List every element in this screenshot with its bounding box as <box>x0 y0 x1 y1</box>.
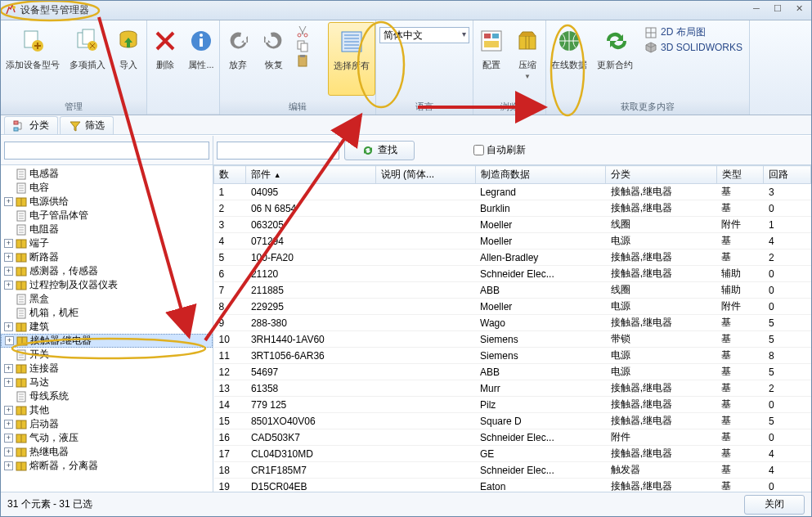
table-row[interactable]: 7211885ABB线圈辅助0 <box>214 282 811 299</box>
tree-item[interactable]: 开关 <box>1 348 213 362</box>
category-tree[interactable]: 电感器电容+电源供给电子管晶体管电阻器+端子+断路器+感测器，传感器+过程控制及… <box>1 165 213 492</box>
tree-item[interactable]: 电阻器 <box>1 223 213 236</box>
table-row[interactable]: 1254697ABB电源基5 <box>214 364 811 380</box>
ribbon-copy-button[interactable] <box>294 38 326 53</box>
column-header[interactable]: 制造商数据 <box>475 166 606 184</box>
table-row[interactable]: 621120Schneider Elec...接触器,继电器辅助0 <box>214 266 811 282</box>
ribbon-cut-button[interactable] <box>294 24 326 38</box>
expand-icon[interactable]: + <box>4 322 13 331</box>
tree-item[interactable]: +热继电器 <box>1 445 213 459</box>
tab-category[interactable]: 分类 <box>4 116 58 134</box>
expand-icon[interactable]: + <box>4 434 13 443</box>
expand-icon[interactable] <box>4 183 13 192</box>
table-row[interactable]: 3063205Moeller线圈附件1 <box>214 217 811 233</box>
data-grid[interactable]: 数部件 ▲说明 (简体...制造商数据分类类型回路104095Legrand接触… <box>213 165 811 492</box>
tree-item[interactable]: 电感器 <box>1 167 213 181</box>
expand-icon[interactable] <box>4 169 13 178</box>
column-header[interactable]: 类型 <box>716 166 764 184</box>
tree-item[interactable]: +电源供给 <box>1 195 213 209</box>
tree-search-input[interactable] <box>4 142 209 160</box>
tree-item[interactable]: +接触器,继电器 <box>1 334 213 348</box>
tree-item[interactable]: +端子 <box>1 236 213 250</box>
ribbon-delete-button[interactable]: 删除 <box>147 22 183 96</box>
tree-item[interactable]: +连接器 <box>1 362 213 375</box>
table-row[interactable]: 14779 125Pilz接触器,继电器基0 <box>214 397 811 413</box>
column-header[interactable]: 部件 ▲ <box>246 166 375 184</box>
find-button[interactable]: 查找 <box>344 141 415 160</box>
ribbon-import-button[interactable]: 导入 <box>110 22 146 96</box>
ribbon-selectall-button[interactable]: 选择所有 <box>328 22 375 96</box>
expand-icon[interactable] <box>4 308 13 317</box>
table-row[interactable]: 16CAD503K7Schneider Elec...附件基0 <box>214 429 811 446</box>
tree-item[interactable]: 电容 <box>1 181 213 195</box>
expand-icon[interactable] <box>4 211 13 220</box>
expand-icon[interactable]: + <box>4 420 13 429</box>
tree-item[interactable]: +其他 <box>1 403 213 417</box>
ribbon-multi-button[interactable]: 多项插入 <box>65 22 110 96</box>
column-header[interactable]: 分类 <box>606 166 717 184</box>
ribbon-props-button[interactable]: 属性... <box>183 22 219 96</box>
language-combo[interactable]: 简体中文 <box>379 27 469 43</box>
table-row[interactable]: 9288-380Wago接触器,继电器基5 <box>214 315 811 331</box>
link-3d[interactable]: 3D SOLIDWORKS <box>644 41 742 54</box>
ribbon-paste-button[interactable] <box>294 53 326 68</box>
ribbon-restore-button[interactable]: 恢复 <box>256 22 292 96</box>
tree-item[interactable]: +熔断器，分离器 <box>1 459 213 473</box>
ribbon-add-button[interactable]: 添加设备型号 <box>1 22 65 96</box>
tree-item[interactable]: 母线系统 <box>1 389 213 403</box>
expand-icon[interactable] <box>4 392 13 401</box>
link-2d[interactable]: 2D 布局图 <box>644 25 742 39</box>
find-input[interactable] <box>217 142 339 160</box>
tree-item[interactable]: 黑盒 <box>1 292 213 306</box>
tree-item[interactable]: +断路器 <box>1 250 213 264</box>
expand-icon[interactable]: + <box>4 267 13 276</box>
expand-icon[interactable]: + <box>5 336 14 345</box>
auto-refresh-input[interactable] <box>473 145 484 155</box>
expand-icon[interactable]: + <box>4 461 13 470</box>
table-row[interactable]: 4071294Moeller电源基4 <box>214 233 811 250</box>
table-row[interactable]: 19D15CR04EBEaton接触器,继电器基0 <box>214 479 811 492</box>
ribbon-compress-button[interactable]: 压缩▼ <box>509 22 545 96</box>
tree-item[interactable]: +感测器，传感器 <box>1 264 213 278</box>
tree-item[interactable]: +建筑 <box>1 320 213 334</box>
table-row[interactable]: 17CL04D310MDGE接触器,继电器基4 <box>214 446 811 462</box>
table-row[interactable]: 103RH1440-1AV60Siemens带锁基5 <box>214 331 811 348</box>
tree-item[interactable]: 电子管晶体管 <box>1 209 213 223</box>
maximize-button[interactable]: ☐ <box>767 1 788 16</box>
column-header[interactable]: 说明 (简体... <box>375 166 475 184</box>
table-row[interactable]: 158501XO40V06Square D接触器,继电器基5 <box>214 413 811 429</box>
expand-icon[interactable] <box>4 225 13 234</box>
expand-icon[interactable]: + <box>4 197 13 206</box>
table-row[interactable]: 8229295Moeller电源附件0 <box>214 299 811 315</box>
tree-item[interactable]: +启动器 <box>1 417 213 431</box>
expand-icon[interactable]: + <box>4 447 13 456</box>
table-row[interactable]: 206 N 6854Burklin接触器,继电器基0 <box>214 200 811 217</box>
expand-icon[interactable] <box>4 350 13 359</box>
close-window-button[interactable]: ✕ <box>788 1 810 16</box>
expand-icon[interactable]: + <box>4 378 13 387</box>
auto-refresh-checkbox[interactable]: 自动刷新 <box>473 143 526 157</box>
ribbon-update-button[interactable]: 更新合约 <box>592 22 638 96</box>
expand-icon[interactable]: + <box>4 239 13 248</box>
table-row[interactable]: 104095Legrand接触器,继电器基3 <box>214 184 811 200</box>
tree-item[interactable]: +马达 <box>1 375 213 389</box>
close-button[interactable]: 关闭 <box>744 495 805 515</box>
tree-item[interactable]: 机箱，机柜 <box>1 306 213 320</box>
expand-icon[interactable]: + <box>4 281 13 290</box>
table-row[interactable]: 18CR1F185M7Schneider Elec...触发器基4 <box>214 462 811 479</box>
tab-filter[interactable]: 筛选 <box>60 116 114 134</box>
minimize-button[interactable]: ─ <box>746 1 767 16</box>
expand-icon[interactable]: + <box>4 406 13 415</box>
expand-icon[interactable]: + <box>4 364 13 373</box>
ribbon-config-button[interactable]: 配置 <box>473 22 509 96</box>
tree-item[interactable]: +气动，液压 <box>1 431 213 445</box>
column-header[interactable]: 回路 <box>764 166 811 184</box>
expand-icon[interactable]: + <box>4 253 13 262</box>
ribbon-online-button[interactable]: 在线数据 <box>546 22 592 96</box>
table-row[interactable]: 5100-FA20Allen-Bradley接触器,继电器基2 <box>214 250 811 266</box>
column-header[interactable]: 数 <box>214 166 246 184</box>
expand-icon[interactable] <box>4 294 13 303</box>
table-row[interactable]: 113RT1056-6AR36Siemens电源基8 <box>214 348 811 364</box>
table-row[interactable]: 1361358Murr接触器,继电器基2 <box>214 380 811 397</box>
tree-item[interactable]: +过程控制及仪器仪表 <box>1 278 213 292</box>
